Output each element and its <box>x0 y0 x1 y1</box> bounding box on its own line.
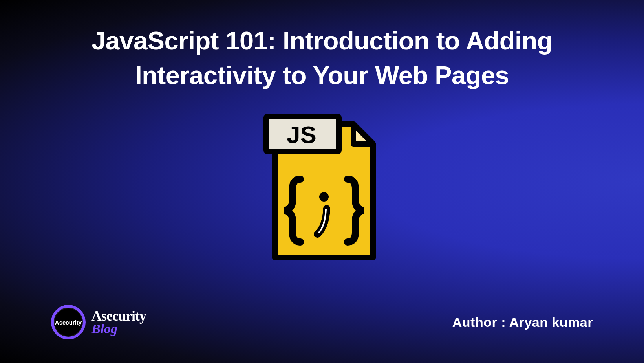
logo-inner-text: Asecurity <box>55 319 82 326</box>
author-line: Author : Aryan kumar <box>452 315 593 330</box>
logo-text-block: Asecurity Blog <box>91 309 146 336</box>
site-logo: Asecurity Asecurity Blog <box>51 305 146 339</box>
js-label-text: JS <box>287 121 317 148</box>
js-file-icon-container: JS <box>0 101 644 273</box>
page-title: JavaScript 101: Introduction to Adding I… <box>0 0 644 93</box>
js-file-icon: JS <box>259 101 385 273</box>
logo-title: Asecurity <box>91 309 146 323</box>
footer-row: Asecurity Asecurity Blog Author : Aryan … <box>0 305 644 339</box>
logo-circle-icon: Asecurity <box>51 305 86 339</box>
svg-point-1 <box>319 192 329 202</box>
logo-subtitle: Blog <box>91 322 146 336</box>
